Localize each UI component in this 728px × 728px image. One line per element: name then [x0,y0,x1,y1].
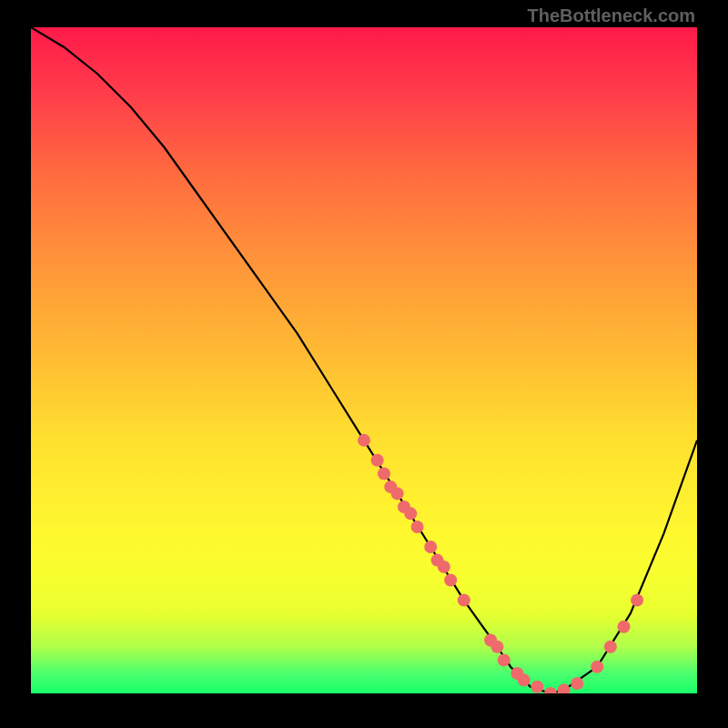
chart-container: TheBottleneck.com [0,0,728,728]
data-point [558,683,571,693]
data-point [358,434,370,447]
data-point [518,673,531,686]
data-point [371,454,384,467]
data-point [498,653,511,666]
data-point [490,641,503,653]
data-point [424,541,437,553]
watermark-text: TheBottleneck.com [528,5,695,26]
data-point [378,467,390,480]
data-point [544,687,557,693]
data-point [438,561,450,573]
data-point [391,487,404,500]
plot-area [31,27,697,693]
bottleneck-curve [31,27,697,693]
data-point [571,677,583,690]
data-point [404,507,417,520]
chart-svg [31,27,697,693]
data-point [411,521,424,533]
scatter-points [358,434,643,693]
data-point [591,661,603,673]
data-point [458,594,470,607]
data-point [617,621,630,633]
data-point [631,594,643,607]
data-point [604,641,617,653]
data-point [444,574,457,587]
data-point [531,681,543,693]
